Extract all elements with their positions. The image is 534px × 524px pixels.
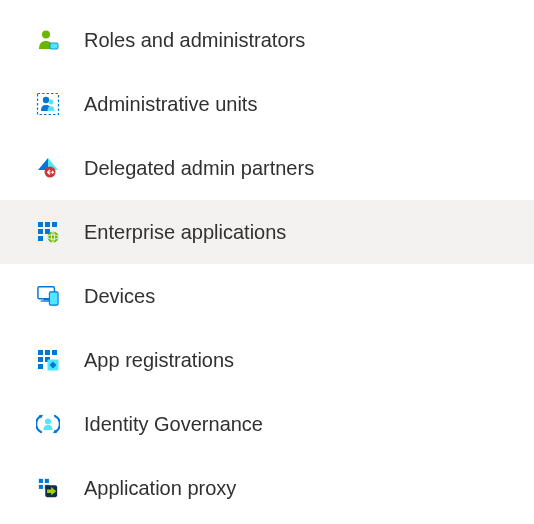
nav-label: Identity Governance — [84, 414, 263, 434]
svg-rect-9 — [52, 222, 57, 227]
svg-rect-29 — [39, 479, 43, 483]
nav-label: Administrative units — [84, 94, 257, 114]
svg-rect-8 — [45, 222, 50, 227]
identity-governance-icon — [34, 410, 62, 438]
svg-rect-16 — [43, 299, 49, 301]
svg-point-0 — [42, 31, 50, 39]
svg-rect-20 — [45, 350, 50, 355]
nav-label: Devices — [84, 286, 155, 306]
nav-label: Application proxy — [84, 478, 236, 498]
svg-rect-19 — [38, 350, 43, 355]
nav-label: Delegated admin partners — [84, 158, 314, 178]
admin-units-icon — [34, 90, 62, 118]
svg-point-5 — [49, 100, 54, 105]
devices-icon — [34, 282, 62, 310]
svg-rect-24 — [38, 364, 43, 369]
app-registrations-icon — [34, 346, 62, 374]
svg-rect-18 — [49, 292, 58, 305]
nav-label: App registrations — [84, 350, 234, 370]
svg-rect-7 — [38, 222, 43, 227]
nav-item-identity-governance[interactable]: Identity Governance — [0, 392, 534, 456]
nav-item-devices[interactable]: Devices — [0, 264, 534, 328]
svg-rect-1 — [50, 43, 58, 49]
roles-admin-icon — [34, 26, 62, 54]
svg-rect-3 — [38, 94, 59, 115]
svg-point-28 — [45, 419, 51, 425]
svg-rect-22 — [38, 357, 43, 362]
nav-item-administrative-units[interactable]: Administrative units — [0, 72, 534, 136]
svg-point-13 — [48, 232, 59, 243]
navigation-menu: Roles and administrators Administrative … — [0, 0, 534, 520]
svg-rect-10 — [38, 229, 43, 234]
svg-rect-12 — [38, 236, 43, 241]
svg-point-4 — [43, 97, 49, 103]
svg-rect-30 — [45, 479, 49, 483]
enterprise-apps-icon — [34, 218, 62, 246]
nav-item-roles-administrators[interactable]: Roles and administrators — [0, 8, 534, 72]
nav-item-application-proxy[interactable]: Application proxy — [0, 456, 534, 520]
nav-label: Enterprise applications — [84, 222, 286, 242]
nav-item-enterprise-applications[interactable]: Enterprise applications — [0, 200, 534, 264]
application-proxy-icon — [34, 474, 62, 502]
svg-rect-21 — [52, 350, 57, 355]
svg-rect-31 — [39, 485, 43, 489]
nav-item-delegated-partners[interactable]: Delegated admin partners — [0, 136, 534, 200]
delegated-partners-icon — [34, 154, 62, 182]
nav-label: Roles and administrators — [84, 30, 305, 50]
nav-item-app-registrations[interactable]: App registrations — [0, 328, 534, 392]
